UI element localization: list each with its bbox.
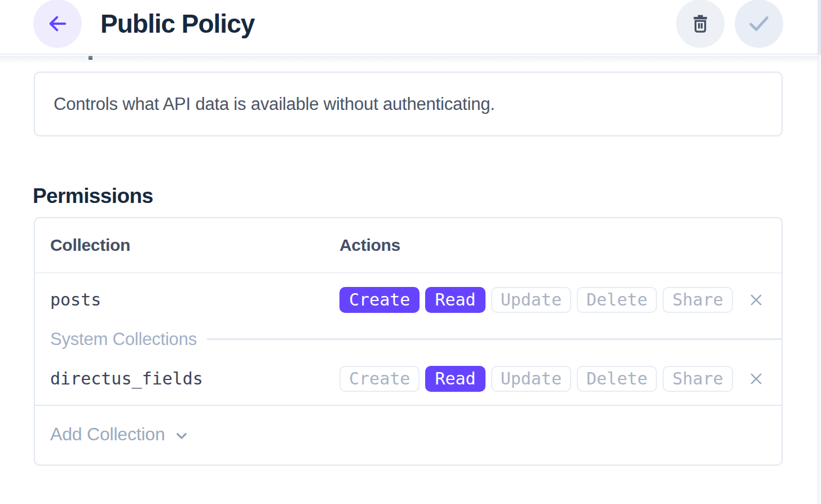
action-share-button[interactable]: Share bbox=[663, 287, 732, 313]
action-create-button[interactable]: Create bbox=[339, 287, 420, 313]
description-value: Controls what API data is available with… bbox=[54, 94, 495, 114]
chevron-down-icon bbox=[165, 424, 191, 445]
action-delete-button[interactable]: Delete bbox=[577, 287, 657, 313]
page-title: Public Policy bbox=[100, 8, 254, 39]
trash-icon bbox=[690, 13, 711, 34]
save-button[interactable] bbox=[735, 0, 783, 48]
collection-column-header: Collection bbox=[50, 236, 339, 255]
table-row: postsCreateReadUpdateDeleteShare bbox=[35, 273, 782, 326]
permissions-heading: Permissions bbox=[33, 184, 153, 208]
close-icon bbox=[748, 370, 765, 387]
close-icon bbox=[748, 291, 765, 308]
permissions-table-body: postsCreateReadUpdateDeleteShareSystem C… bbox=[35, 273, 782, 406]
divider-line bbox=[207, 338, 782, 340]
permissions-table-header: Collection Actions bbox=[35, 218, 782, 273]
action-share-button[interactable]: Share bbox=[663, 366, 732, 392]
arrow-left-icon bbox=[46, 12, 69, 36]
system-collections-label: System Collections bbox=[50, 329, 197, 350]
scrollbar-thumb[interactable] bbox=[818, 0, 821, 55]
page-header: Public Policy bbox=[0, 0, 818, 55]
add-collection-label: Add Collection bbox=[50, 424, 165, 445]
actions-column-header: Actions bbox=[339, 236, 400, 255]
action-delete-button[interactable]: Delete bbox=[577, 366, 657, 392]
action-create-button[interactable]: Create bbox=[339, 366, 420, 392]
add-collection-button[interactable]: Add Collection bbox=[35, 406, 782, 462]
permissions-table: Collection Actions postsCreateReadUpdate… bbox=[34, 217, 783, 466]
action-update-button[interactable]: Update bbox=[491, 366, 571, 392]
remove-row-button[interactable] bbox=[748, 291, 765, 308]
delete-button[interactable] bbox=[676, 0, 725, 48]
actions-group: CreateReadUpdateDeleteShare bbox=[339, 287, 733, 313]
action-update-button[interactable]: Update bbox=[491, 287, 571, 313]
collection-name: posts bbox=[50, 290, 339, 310]
action-read-button[interactable]: Read bbox=[425, 366, 485, 392]
clipped-field-label bbox=[89, 56, 92, 60]
remove-row-button[interactable] bbox=[748, 370, 765, 387]
scrollbar[interactable] bbox=[818, 0, 821, 504]
system-collections-divider: System Collections bbox=[35, 326, 782, 352]
description-input[interactable]: Controls what API data is available with… bbox=[34, 72, 783, 136]
table-row: directus_fieldsCreateReadUpdateDeleteSha… bbox=[35, 352, 782, 406]
collection-name: directus_fields bbox=[50, 369, 339, 388]
check-icon bbox=[746, 11, 772, 37]
back-button[interactable] bbox=[33, 0, 82, 48]
actions-group: CreateReadUpdateDeleteShare bbox=[339, 366, 733, 392]
action-read-button[interactable]: Read bbox=[425, 287, 485, 313]
